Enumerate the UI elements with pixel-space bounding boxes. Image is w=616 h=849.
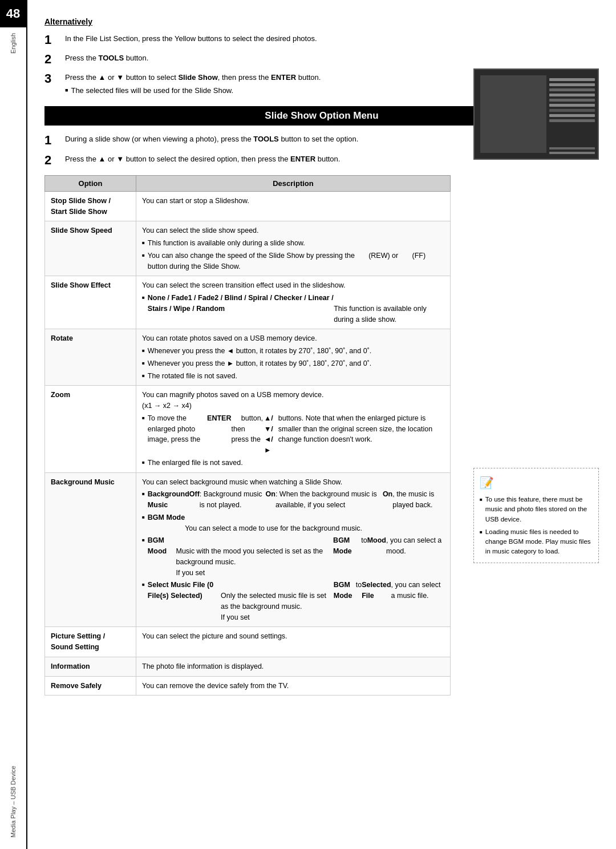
step-2: 2 Press the TOOLS button.	[44, 52, 599, 66]
desc-stop-start: You can start or stop a Slideshow.	[136, 191, 451, 221]
table-row: Remove Safely You can remove the device …	[45, 676, 451, 696]
option-bgm: Background Music	[45, 472, 136, 627]
option-speed: Slide Show Speed	[45, 221, 136, 276]
table-row: Information The photo file information i…	[45, 657, 451, 676]
desc-remove: You can remove the device safely from th…	[136, 676, 451, 696]
option-step-1: 1 During a slide show (or when viewing a…	[44, 134, 451, 147]
desc-picture-sound: You can select the picture and sound set…	[136, 627, 451, 657]
table-row: Rotate You can rotate photos saved on a …	[45, 329, 451, 386]
page-wrapper: 48 English Media Play – USB Device Alter…	[0, 0, 616, 849]
left-sidebar: 48 English Media Play – USB Device	[0, 0, 27, 849]
sidebar-section: Media Play – USB Device	[10, 766, 17, 838]
note-item-2: Loading music files is needed to change …	[480, 527, 593, 557]
table-row: Background Music You can select backgrou…	[45, 472, 451, 627]
table-row: Zoom You can magnify photos saved on a U…	[45, 386, 451, 472]
option-stop-start: Stop Slide Show /Start Slide Show	[45, 191, 136, 221]
desc-bgm: You can select background music when wat…	[136, 472, 451, 627]
note-item-1: To use this feature, there must be music…	[480, 495, 593, 524]
image-mockup	[475, 70, 598, 159]
alternatively-heading: Alternatively	[44, 17, 599, 26]
desc-effect: You can select the screen transition eff…	[136, 276, 451, 329]
option-effect: Slide Show Effect	[45, 276, 136, 329]
slideshow-image-preview	[473, 68, 599, 160]
option-rotate: Rotate	[45, 329, 136, 386]
table-row: Slide Show Speed You can select the slid…	[45, 221, 451, 276]
option-information: Information	[45, 657, 136, 676]
desc-information: The photo file information is displayed.	[136, 657, 451, 676]
page-number: 48	[0, 0, 27, 27]
table-row: Slide Show Effect You can select the scr…	[45, 276, 451, 329]
note-icon: 📝	[480, 474, 593, 491]
note-box: 📝 To use this feature, there must be mus…	[473, 468, 599, 563]
table-row: Stop Slide Show /Start Slide Show You ca…	[45, 191, 451, 221]
col-header-description: Description	[136, 175, 451, 191]
step-1: 1 In the File List Section, press the Ye…	[44, 33, 599, 47]
desc-rotate: You can rotate photos saved on a USB mem…	[136, 329, 451, 386]
desc-speed: You can select the slide show speed. Thi…	[136, 221, 451, 276]
option-step-2: 2 Press the ▲ or ▼ button to select the …	[44, 153, 451, 167]
table-row: Picture Setting /Sound Setting You can s…	[45, 627, 451, 657]
sidebar-language: English	[10, 33, 17, 54]
options-table: Option Description Stop Slide Show /Star…	[44, 175, 451, 696]
option-remove: Remove Safely	[45, 676, 136, 696]
option-menu-steps: 1 During a slide show (or when viewing a…	[44, 134, 451, 167]
col-header-option: Option	[45, 175, 136, 191]
step-1-text: In the File List Section, press the Yell…	[65, 34, 317, 43]
option-zoom: Zoom	[45, 386, 136, 472]
options-table-container: Option Description Stop Slide Show /Star…	[44, 175, 451, 696]
main-content: Alternatively 1 In the File List Section…	[27, 0, 616, 849]
desc-zoom: You can magnify photos saved on a USB me…	[136, 386, 451, 472]
option-picture-sound: Picture Setting /Sound Setting	[45, 627, 136, 657]
